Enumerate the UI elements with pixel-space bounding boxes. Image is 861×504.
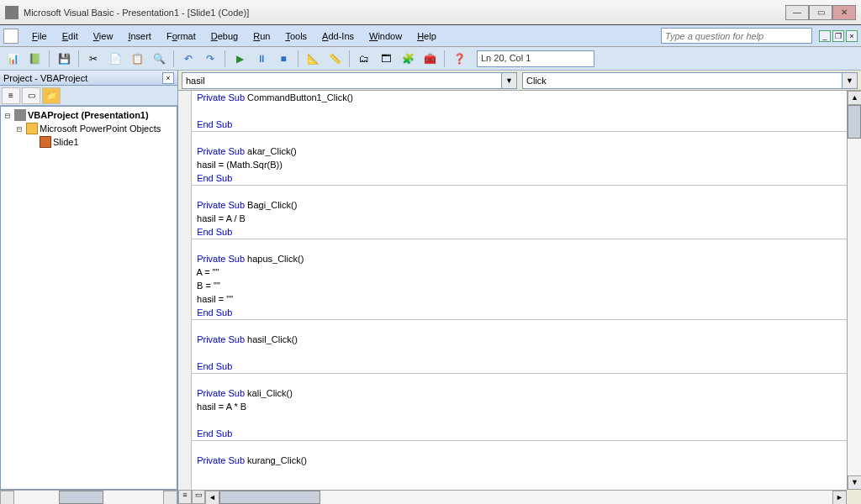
tb-sep [49,50,50,67]
cursor-position: Ln 20, Col 1 [477,50,594,67]
code-hscroll[interactable]: ◄ ► [205,490,847,504]
view-object-button[interactable]: ▭ [22,87,40,104]
project-tree[interactable]: ⊟ VBAProject (Presentation1) ⊟ Microsoft… [0,106,177,490]
procedure-dropdown[interactable]: Click ▼ [522,72,858,89]
mdi-minimize[interactable]: _ [819,30,831,42]
folder-icon [26,123,38,134]
tb-tbx-icon[interactable]: 🧰 [420,50,439,68]
project-explorer-title: Project - VBAProject × [0,71,177,86]
procedure-dropdown-value: Click [526,76,547,86]
tb-help-icon[interactable]: ❓ [450,50,468,68]
code-body: Private Sub CommandButton1_Click() End S… [178,91,861,504]
scroll-right-icon[interactable]: ► [832,491,847,504]
mdi-restore[interactable]: ❐ [832,30,844,42]
tb-sep [224,50,225,67]
view-code-button[interactable]: ≡ [2,87,20,104]
procedure-view-button[interactable]: ≡ [178,490,192,504]
scroll-left-icon[interactable] [0,491,14,504]
tb-design-icon[interactable]: 📐 [304,50,322,68]
menu-debug[interactable]: Debug [204,29,245,44]
maximize-button[interactable]: ▭ [809,5,832,20]
vb-icon [3,29,18,44]
tb-copy-icon[interactable]: 📄 [106,50,124,68]
vscroll-thumb[interactable] [848,105,861,139]
project-hscroll[interactable] [0,490,177,504]
chevron-down-icon: ▼ [501,73,516,88]
app-icon [5,6,18,19]
project-close-button[interactable]: × [162,72,174,84]
tb-proj-icon[interactable]: 🗂 [355,50,373,68]
menu-help[interactable]: Help [410,29,443,44]
menu-window[interactable]: Window [362,29,409,44]
toolbar: 📊 📗 💾 ✂ 📄 📋 🔍 ↶ ↷ ▶ ⏸ ■ 📐 📏 🗂 🗔 🧩 🧰 ❓ Ln… [0,47,861,71]
tb-obj-icon[interactable]: 🧩 [399,50,417,68]
tree-root[interactable]: ⊟ VBAProject (Presentation1) [3,108,175,122]
tb-excel-icon[interactable]: 📗 [25,50,44,68]
project-title-text: Project - VBAProject [3,73,162,83]
object-dropdown-value: hasil [186,76,205,86]
window-buttons: — ▭ ✕ [785,5,856,20]
hscroll-thumb[interactable] [219,491,320,504]
scroll-left-icon[interactable]: ◄ [205,491,219,504]
menu-view[interactable]: View [87,29,120,44]
object-dropdown[interactable]: hasil ▼ [182,72,517,89]
menu-edit[interactable]: Edit [55,29,85,44]
tb-paste-icon[interactable]: 📋 [128,50,146,68]
mdi-close[interactable]: × [846,30,858,42]
code-margin [178,91,192,490]
mdi-buttons: _ ❐ × [819,30,858,42]
tree-folder[interactable]: ⊟ Microsoft PowerPoint Objects [3,122,175,135]
tb-ppt-icon[interactable]: 📊 [3,50,22,68]
tb-run-icon[interactable]: ▶ [230,50,249,68]
minimize-button[interactable]: — [785,5,809,20]
close-button[interactable]: ✕ [832,5,856,20]
code-pane: hasil ▼ Click ▼ Private Sub CommandButto… [178,71,861,504]
tb-pause-icon[interactable]: ⏸ [252,50,271,68]
slide-icon [40,136,51,148]
help-search-input[interactable] [661,28,812,44]
project-explorer: Project - VBAProject × ≡ ▭ 📁 ⊟ VBAProjec… [0,71,178,504]
tb-sep [349,50,350,67]
tb-prop-icon[interactable]: 🗔 [377,50,395,68]
tb-ruler-icon[interactable]: 📏 [325,50,344,68]
tb-undo-icon[interactable]: ↶ [179,50,198,68]
view-switch: ≡ ▭ [178,490,205,504]
tb-sep [444,50,445,67]
menu-format[interactable]: Format [160,29,203,44]
chevron-down-icon: ▼ [842,73,857,88]
menu-file[interactable]: File [25,29,54,44]
scroll-thumb[interactable] [59,491,103,504]
tb-redo-icon[interactable]: ↷ [201,50,219,68]
full-view-button[interactable]: ▭ [192,490,205,504]
window-title: Microsoft Visual Basic - Presentation1 -… [24,8,785,18]
menu-tools[interactable]: Tools [278,29,314,44]
tb-sep [173,50,174,67]
menu-addins[interactable]: Add-Ins [315,29,361,44]
scroll-up-icon[interactable]: ▲ [848,91,861,105]
menubar: File Edit View Insert Format Debug Run T… [0,25,861,47]
workspace: Project - VBAProject × ≡ ▭ 📁 ⊟ VBAProjec… [0,71,861,504]
tb-save-icon[interactable]: 💾 [55,50,73,68]
tree-slide1[interactable]: Slide1 [3,135,175,149]
toggle-folders-button[interactable]: 📁 [42,87,61,104]
scroll-corner [847,490,861,504]
tb-stop-icon[interactable]: ■ [274,50,293,68]
code-dropdowns: hasil ▼ Click ▼ [178,71,861,91]
tb-sep [78,50,79,67]
menu-run[interactable]: Run [246,29,277,44]
menu-insert[interactable]: Insert [121,29,158,44]
tb-sep [298,50,298,67]
project-icon [14,109,26,121]
tb-find-icon[interactable]: 🔍 [150,50,168,68]
project-toolbar: ≡ ▭ 📁 [0,86,177,106]
scroll-down-icon[interactable]: ▼ [848,475,861,490]
tb-cut-icon[interactable]: ✂ [84,50,103,68]
code-editor[interactable]: Private Sub CommandButton1_Click() End S… [192,91,847,490]
code-vscroll[interactable]: ▲ ▼ [847,91,861,490]
scroll-right-icon[interactable] [163,491,177,504]
titlebar: Microsoft Visual Basic - Presentation1 -… [0,0,861,25]
